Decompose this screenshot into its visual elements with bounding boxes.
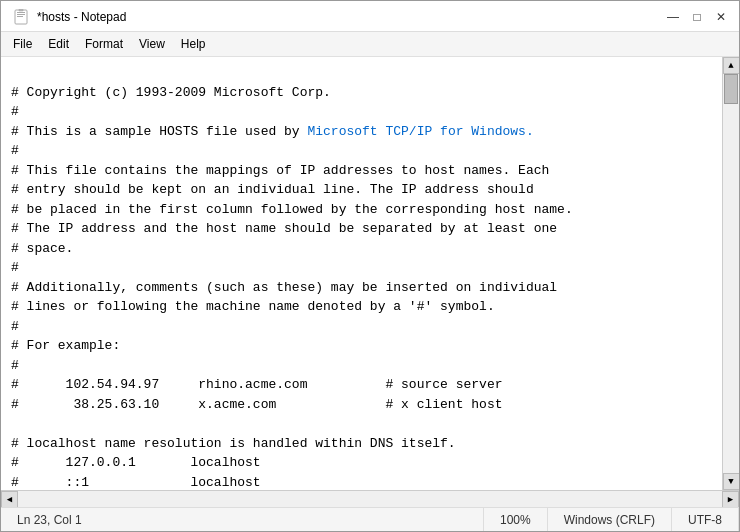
line-8: # The IP address and the host name shoul… <box>11 221 557 236</box>
line-1: # Copyright (c) 1993-2009 Microsoft Corp… <box>11 85 331 100</box>
scroll-left-button[interactable]: ◀ <box>1 491 18 508</box>
menu-format[interactable]: Format <box>77 34 131 54</box>
line-17: # 38.25.63.10 x.acme.com # x client host <box>11 397 502 412</box>
line-9: # space. <box>11 241 73 256</box>
close-button[interactable]: ✕ <box>711 7 731 27</box>
line-3: # This is a sample HOSTS file used by Mi… <box>11 124 534 139</box>
title-text: *hosts - Notepad <box>37 10 126 24</box>
scroll-thumb-v[interactable] <box>724 74 738 104</box>
horizontal-scrollbar[interactable]: ◀ ▶ <box>1 490 739 507</box>
line-6: # entry should be kept on an individual … <box>11 182 534 197</box>
editor-content[interactable]: # Copyright (c) 1993-2009 Microsoft Corp… <box>1 57 722 490</box>
menu-bar: File Edit Format View Help <box>1 32 739 57</box>
line-2: # <box>11 104 19 119</box>
svg-rect-4 <box>19 9 23 11</box>
status-bar: Ln 23, Col 1 100% Windows (CRLF) UTF-8 <box>1 507 739 531</box>
line-14: # For example: <box>11 338 120 353</box>
menu-help[interactable]: Help <box>173 34 214 54</box>
line-13: # <box>11 319 19 334</box>
line-20: # 127.0.0.1 localhost <box>11 455 261 470</box>
svg-rect-3 <box>17 16 23 17</box>
line-21: # ::1 localhost <box>11 475 261 490</box>
scroll-right-button[interactable]: ▶ <box>722 491 739 508</box>
svg-rect-2 <box>17 14 25 15</box>
svg-rect-1 <box>17 12 25 13</box>
menu-file[interactable]: File <box>5 34 40 54</box>
line-ending: Windows (CRLF) <box>548 508 672 531</box>
title-bar-left: *hosts - Notepad <box>13 9 126 25</box>
line-10: # <box>11 260 19 275</box>
line-4: # <box>11 143 19 158</box>
line-16: # 102.54.94.97 rhino.acme.com # source s… <box>11 377 502 392</box>
maximize-button[interactable]: □ <box>687 7 707 27</box>
menu-edit[interactable]: Edit <box>40 34 77 54</box>
line-7: # be placed in the first column followed… <box>11 202 573 217</box>
zoom-level: 100% <box>484 508 548 531</box>
line-5: # This file contains the mappings of IP … <box>11 163 549 178</box>
line-15: # <box>11 358 19 373</box>
title-bar: *hosts - Notepad — □ ✕ <box>1 1 739 32</box>
minimize-button[interactable]: — <box>663 7 683 27</box>
line-18 <box>11 416 19 431</box>
line-11: # Additionally, comments (such as these)… <box>11 280 557 295</box>
title-controls: — □ ✕ <box>663 7 731 27</box>
notepad-icon <box>13 9 29 25</box>
menu-view[interactable]: View <box>131 34 173 54</box>
notepad-window: *hosts - Notepad — □ ✕ File Edit Format … <box>0 0 740 532</box>
scroll-track-v[interactable] <box>723 74 739 473</box>
vertical-scrollbar[interactable]: ▲ ▼ <box>722 57 739 490</box>
editor-area: # Copyright (c) 1993-2009 Microsoft Corp… <box>1 57 739 490</box>
cursor-position: Ln 23, Col 1 <box>1 508 484 531</box>
encoding: UTF-8 <box>672 508 739 531</box>
line-12: # lines or following the machine name de… <box>11 299 495 314</box>
scroll-down-button[interactable]: ▼ <box>723 473 740 490</box>
scroll-up-button[interactable]: ▲ <box>723 57 740 74</box>
line-19: # localhost name resolution is handled w… <box>11 436 456 451</box>
scroll-track-h[interactable] <box>18 491 722 507</box>
